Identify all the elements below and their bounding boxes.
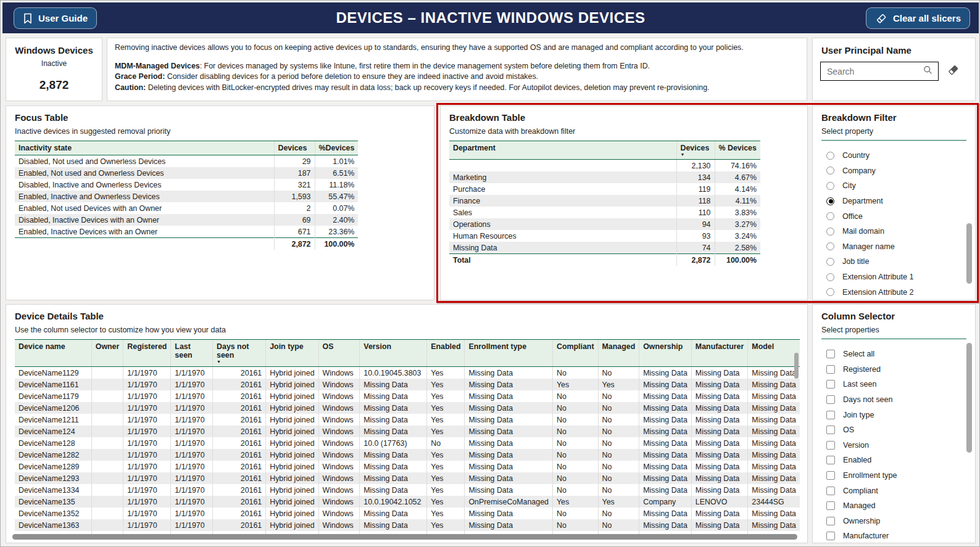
- radio-option-mail-domain[interactable]: Mail domain: [826, 224, 968, 239]
- checkbox-icon[interactable]: [826, 395, 835, 404]
- table-row[interactable]: DeviceName13631/1/19701/1/197020161Hybri…: [15, 519, 800, 531]
- column-header-days-not-seen-sorted[interactable]: Days not seen▼: [213, 340, 266, 367]
- checkbox-icon[interactable]: [826, 411, 835, 419]
- table-row[interactable]: DeviceName12111/1/19701/1/197020161Hybri…: [15, 414, 800, 426]
- table-row[interactable]: Disabled, Not used and Ownerless Devices…: [15, 155, 358, 168]
- checkbox-icon[interactable]: [826, 426, 835, 434]
- radio-icon[interactable]: [826, 228, 834, 236]
- table-row[interactable]: DeviceName1281/1/19701/1/197020161Hybrid…: [15, 437, 800, 449]
- column-header-join-type[interactable]: Join type: [266, 340, 318, 367]
- column-header-pct-devices[interactable]: % Devices: [715, 141, 760, 160]
- table-row[interactable]: Enabled, Not used and Ownerless Devices1…: [15, 167, 358, 179]
- checkbox-option-days-not-seen[interactable]: Days not seen: [826, 392, 968, 408]
- radio-option-country[interactable]: Country: [826, 148, 968, 163]
- checkbox-option-managed[interactable]: Managed: [826, 498, 968, 514]
- table-row[interactable]: DeviceName13521/1/19701/1/197020161Hybri…: [15, 508, 800, 519]
- radio-option-job-title[interactable]: Job title: [826, 254, 968, 269]
- table-row[interactable]: DeviceName11291/1/19701/1/197020161Hybri…: [15, 367, 800, 379]
- table-row[interactable]: Total2,872100.00%: [449, 254, 760, 266]
- upn-search-box[interactable]: [820, 62, 939, 81]
- table-row[interactable]: DeviceName1351/1/19701/1/197020161Hybrid…: [15, 496, 800, 508]
- checkbox-option-registered[interactable]: Registered: [826, 362, 968, 377]
- clear-upn-slicer-eraser-icon[interactable]: [947, 64, 960, 79]
- checkbox-option-manufacturer[interactable]: Manufacturer: [826, 528, 968, 544]
- radio-icon[interactable]: [826, 242, 834, 250]
- checkbox-icon[interactable]: [826, 350, 835, 358]
- radio-option-extension-attribute-2[interactable]: Extension Attribute 2: [826, 284, 968, 300]
- radio-icon[interactable]: [826, 212, 834, 220]
- table-row[interactable]: Finance1184.11%: [449, 195, 760, 207]
- column-header-ownership[interactable]: Ownership: [639, 340, 692, 367]
- radio-icon[interactable]: [826, 152, 834, 160]
- upn-search-input[interactable]: [826, 66, 923, 77]
- checkbox-icon[interactable]: [826, 471, 835, 480]
- column-header-pct-devices[interactable]: %Devices: [315, 141, 358, 155]
- column-header-managed[interactable]: Managed: [598, 340, 639, 367]
- checkbox-icon[interactable]: [826, 441, 835, 450]
- table-row[interactable]: 2,13074.16%: [449, 160, 760, 172]
- radio-option-manager-name[interactable]: Manager name: [826, 239, 968, 255]
- checkbox-icon[interactable]: [826, 365, 835, 374]
- column-header-devices-sorted[interactable]: Devices▼: [676, 141, 715, 160]
- checkbox-option-last-seen[interactable]: Last seen: [826, 377, 968, 392]
- checkbox-icon[interactable]: [826, 380, 835, 389]
- table-row[interactable]: Missing Data742.58%: [449, 242, 760, 254]
- table-row[interactable]: Sales1103.83%: [449, 207, 760, 218]
- radio-icon[interactable]: [826, 258, 834, 266]
- checkbox-icon[interactable]: [826, 501, 835, 510]
- column-header-enabled[interactable]: Enabled: [427, 340, 465, 367]
- table-row[interactable]: DeviceName12821/1/19701/1/197020161Hybri…: [15, 449, 800, 461]
- column-header-version[interactable]: Version: [360, 340, 427, 367]
- table-row[interactable]: Operations943.27%: [449, 218, 760, 230]
- radio-icon[interactable]: [826, 288, 834, 296]
- radio-option-department[interactable]: Department: [826, 194, 968, 209]
- table-row[interactable]: Human Resources933.24%: [449, 230, 760, 242]
- table-row[interactable]: Enabled, Not used Devices with an Owner2…: [15, 202, 358, 214]
- radio-selected-icon[interactable]: [826, 197, 834, 205]
- radio-icon[interactable]: [826, 167, 834, 175]
- column-header-model[interactable]: Model: [748, 340, 800, 367]
- checkbox-option-compliant[interactable]: Compliant: [826, 483, 968, 498]
- checkbox-icon[interactable]: [826, 517, 835, 525]
- table-row[interactable]: DeviceName12891/1/19701/1/197020161Hybri…: [15, 461, 800, 472]
- column-header-registered[interactable]: Registered: [123, 340, 171, 367]
- column-header-devices[interactable]: Devices: [274, 141, 315, 155]
- table-row[interactable]: Disabled, Inactive Devices with an Owner…: [15, 214, 358, 226]
- column-header-compliant[interactable]: Compliant: [552, 340, 598, 367]
- checkbox-option-version[interactable]: Version: [826, 438, 968, 453]
- clear-all-slicers-button[interactable]: Clear all slicers: [866, 7, 970, 29]
- device-table-vertical-scrollbar[interactable]: [794, 353, 799, 379]
- column-header-manufacturer[interactable]: Manufacturer: [691, 340, 748, 367]
- column-header-inactivity-state[interactable]: Inactivity state: [15, 141, 274, 155]
- checkbox-option-join-type[interactable]: Join type: [826, 407, 968, 422]
- radio-option-extension-attribute-1[interactable]: Extension Attribute 1: [826, 269, 968, 285]
- column-header-os[interactable]: OS: [318, 340, 360, 367]
- checkbox-icon[interactable]: [826, 487, 835, 495]
- column-header-department[interactable]: Department: [449, 141, 676, 160]
- checkbox-icon[interactable]: [826, 456, 835, 464]
- table-row[interactable]: DeviceName12931/1/19701/1/197020161Hybri…: [15, 472, 800, 484]
- table-row[interactable]: DeviceName11791/1/19701/1/197020161Hybri…: [15, 390, 800, 402]
- table-row[interactable]: Marketing1344.67%: [449, 171, 760, 183]
- user-guide-button[interactable]: User Guide: [14, 7, 97, 29]
- checkbox-option-enabled[interactable]: Enabled: [826, 453, 968, 468]
- table-row[interactable]: DeviceName11611/1/19701/1/197020161Hybri…: [15, 379, 800, 390]
- radio-option-city[interactable]: City: [826, 178, 968, 194]
- table-row[interactable]: Disabled, Inactive and Ownerless Devices…: [15, 179, 358, 191]
- checkbox-option-ownership[interactable]: Ownership: [826, 514, 968, 529]
- table-row[interactable]: Enabled, Inactive and Ownerless Devices1…: [15, 191, 358, 202]
- radio-icon[interactable]: [826, 273, 834, 281]
- table-row[interactable]: 2,872100.00%: [15, 238, 358, 250]
- column-header-device-name[interactable]: Device name: [15, 340, 91, 367]
- checkbox-option-select-all[interactable]: Select all: [826, 347, 968, 362]
- breakdown-filter-scrollbar[interactable]: [966, 223, 972, 284]
- table-row[interactable]: DeviceName1241/1/19701/1/197020161Hybrid…: [15, 426, 800, 437]
- radio-icon[interactable]: [826, 182, 834, 190]
- column-header-owner[interactable]: Owner: [91, 340, 123, 367]
- checkbox-icon[interactable]: [826, 532, 835, 540]
- checkbox-option-os[interactable]: OS: [826, 422, 968, 438]
- column-header-enrollment-type[interactable]: Enrollment type: [465, 340, 552, 367]
- device-table-horizontal-scrollbar[interactable]: [12, 534, 797, 540]
- table-row[interactable]: Purchace1194.14%: [449, 183, 760, 195]
- checkbox-option-enrollment-type[interactable]: Enrollment type: [826, 468, 968, 483]
